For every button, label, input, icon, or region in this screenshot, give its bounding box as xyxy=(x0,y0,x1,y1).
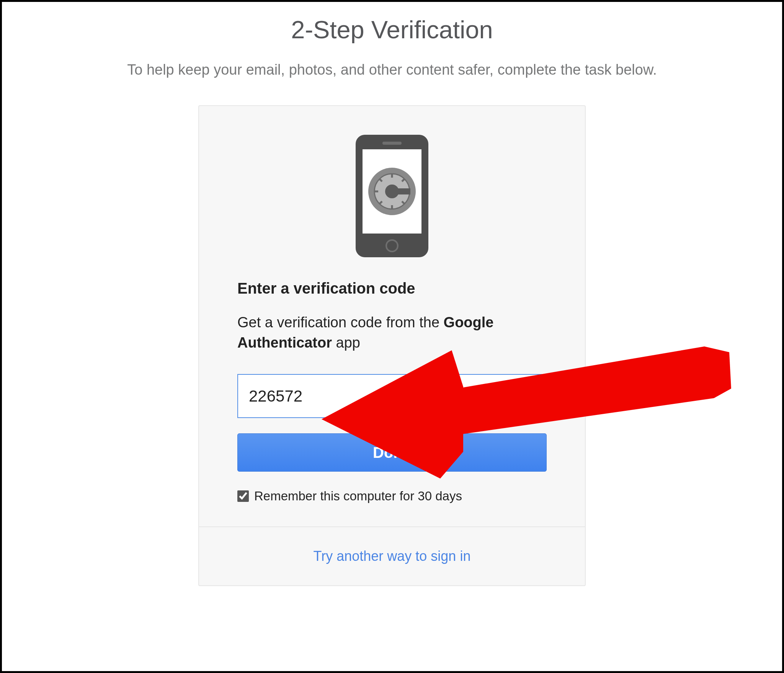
phone-icon-wrap xyxy=(237,135,547,259)
card-footer: Try another way to sign in xyxy=(199,526,585,585)
card-body: Enter a verification code Get a verifica… xyxy=(199,106,585,526)
svg-rect-16 xyxy=(396,188,410,194)
page-title: 2-Step Verification xyxy=(2,15,782,44)
instruction-text: Get a verification code from the Google … xyxy=(237,312,547,353)
verification-card: Enter a verification code Get a verifica… xyxy=(198,105,586,586)
instruction-prefix: Get a verification code from the xyxy=(237,314,444,330)
page-subtitle: To help keep your email, photos, and oth… xyxy=(2,59,782,80)
verification-code-input[interactable] xyxy=(237,374,547,418)
instruction-suffix: app xyxy=(332,335,360,351)
remember-row[interactable]: Remember this computer for 30 days xyxy=(237,489,547,503)
done-button[interactable]: Done xyxy=(237,433,547,472)
remember-checkbox[interactable] xyxy=(237,490,249,502)
verification-page: 2-Step Verification To help keep your em… xyxy=(0,0,784,673)
remember-label: Remember this computer for 30 days xyxy=(254,489,462,503)
phone-authenticator-icon xyxy=(356,135,428,259)
try-another-way-link[interactable]: Try another way to sign in xyxy=(314,548,471,564)
enter-code-heading: Enter a verification code xyxy=(237,280,547,297)
svg-rect-1 xyxy=(382,142,402,145)
